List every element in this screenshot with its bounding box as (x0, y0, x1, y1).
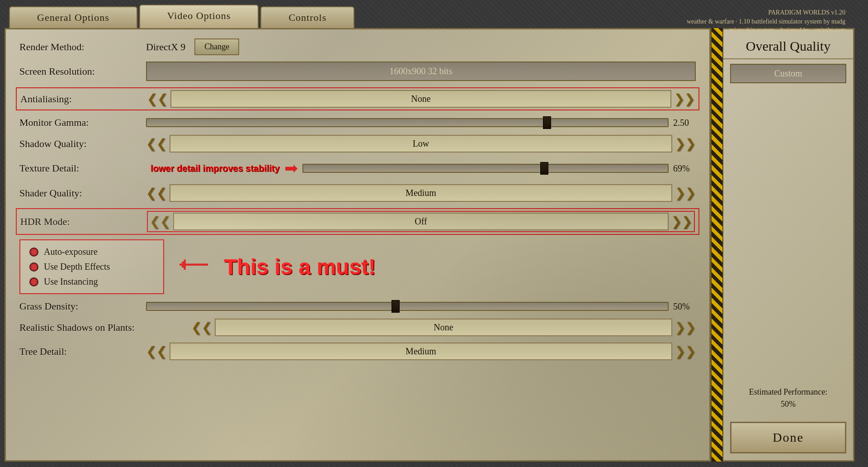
render-method-row: Render Method: DirectX 9 Change (19, 38, 696, 55)
texture-detail-value: 69% (673, 163, 696, 174)
must-annotation: This is a must! (224, 254, 376, 279)
antialiasing-right-arrow[interactable]: ❯❯ (674, 91, 695, 106)
right-panel: Overall Quality Custom Estimated Perform… (723, 28, 854, 462)
hdr-mode-row: HDR Mode: ❮❮ Off ❯❯ (16, 208, 699, 235)
main-window: General Options Video Options Controls P… (5, 5, 854, 462)
realistic-shadows-row: Realistic Shadows on Plants: ❮❮ None ❯❯ (19, 319, 696, 336)
done-button[interactable]: Done (730, 422, 846, 453)
monitor-gamma-label: Monitor Gamma: (19, 117, 146, 129)
realistic-shadows-right-arrow[interactable]: ❯❯ (675, 320, 696, 335)
realistic-shadows-value: None (215, 319, 672, 336)
texture-detail-warning: lower detail improves stability (151, 163, 280, 174)
shadow-quality-row: Shadow Quality: ❮❮ Low ❯❯ (19, 135, 696, 152)
tree-detail-selector: ❮❮ Medium ❯❯ (146, 343, 696, 360)
hdr-mode-left-arrow[interactable]: ❮❮ (150, 214, 170, 229)
realistic-shadows-selector: ❮❮ None ❯❯ (191, 319, 696, 336)
hdr-mode-value: Off (173, 213, 669, 230)
overall-quality-value: Custom (730, 64, 846, 83)
grass-density-value: 50% (673, 301, 696, 312)
grass-density-row: Grass Density: 50% (19, 300, 696, 312)
scrollbar-stripe (712, 28, 722, 462)
instancing-label: Use Instancing (44, 276, 98, 287)
grass-density-label: Grass Density: (19, 300, 146, 312)
antialiasing-label: Antialiasing: (20, 93, 147, 105)
checkbox-instancing[interactable]: Use Instancing (29, 276, 154, 287)
depth-effects-icon (29, 262, 38, 272)
left-arrow-annotation: ⭠ (178, 251, 210, 283)
tab-controls[interactable]: Controls (260, 6, 354, 28)
realistic-shadows-left-arrow[interactable]: ❮❮ (191, 320, 212, 335)
checkbox-auto-exposure[interactable]: Auto-exposure (29, 247, 154, 257)
instancing-icon (29, 277, 38, 286)
hdr-mode-right-arrow[interactable]: ❯❯ (671, 214, 692, 229)
shadow-quality-right-arrow[interactable]: ❯❯ (675, 136, 696, 151)
monitor-gamma-value: 2.50 (673, 118, 696, 128)
screen-resolution-row: Screen Resolution: 1600x900 32 bits (19, 62, 696, 81)
shadow-quality-selector: ❮❮ Low ❯❯ (146, 135, 696, 152)
auto-exposure-icon (29, 248, 38, 257)
antialiasing-value: None (170, 90, 671, 108)
antialiasing-row: Antialiasing: ❮❮ None ❯❯ (16, 87, 699, 110)
tree-detail-right-arrow[interactable]: ❯❯ (675, 344, 696, 359)
shader-quality-selector: ❮❮ Medium ❯❯ (146, 184, 696, 202)
shader-quality-right-arrow[interactable]: ❯❯ (675, 186, 696, 200)
screen-resolution-value-area: 1600x900 32 bits (146, 62, 696, 81)
render-method-value-area: DirectX 9 Change (146, 38, 696, 55)
checkbox-depth-effects[interactable]: Use Depth Effects (29, 262, 154, 272)
hdr-mode-label: HDR Mode: (20, 216, 147, 228)
app-title: PARADIGM WORLDS v1.20 weather & warfare … (687, 8, 845, 35)
render-method-value: DirectX 9 (146, 41, 185, 53)
texture-detail-slider-track[interactable] (302, 164, 669, 173)
tab-general[interactable]: General Options (9, 6, 137, 28)
monitor-gamma-slider-thumb[interactable] (543, 116, 551, 129)
tree-detail-value: Medium (170, 343, 672, 360)
texture-detail-row: Texture Detail: lower detail improves st… (19, 159, 696, 178)
shadow-quality-value: Low (170, 135, 672, 152)
checkbox-group: Auto-exposure Use Depth Effects Use Inst… (19, 239, 164, 294)
shadow-quality-label: Shadow Quality: (19, 138, 146, 150)
realistic-shadows-label: Realistic Shadows on Plants: (19, 322, 191, 334)
shader-quality-label: Shader Quality: (19, 187, 146, 199)
grass-density-slider-container: 50% (146, 301, 696, 312)
grass-density-slider-track[interactable] (146, 302, 669, 311)
quality-spacer (723, 88, 853, 381)
screen-resolution-display: 1600x900 32 bits (146, 62, 696, 81)
change-render-button[interactable]: Change (194, 38, 239, 55)
hdr-mode-selector: ❮❮ Off ❯❯ (147, 211, 695, 232)
tree-detail-label: Tree Detail: (19, 346, 146, 357)
tree-detail-left-arrow[interactable]: ❮❮ (146, 344, 167, 359)
shader-quality-row: Shader Quality: ❮❮ Medium ❯❯ (19, 184, 696, 202)
grass-density-slider-thumb[interactable] (392, 300, 400, 313)
texture-detail-slider-container: 69% (302, 163, 696, 174)
texture-detail-label: Texture Detail: (19, 162, 146, 174)
screen-resolution-label: Screen Resolution: (19, 66, 146, 77)
depth-effects-label: Use Depth Effects (44, 262, 110, 272)
estimated-performance: Estimated Performance: 50% (723, 381, 853, 415)
monitor-gamma-slider-track[interactable] (146, 118, 669, 127)
render-method-label: Render Method: (19, 41, 146, 53)
shader-quality-value: Medium (170, 184, 672, 202)
scrollbar[interactable] (711, 28, 723, 462)
monitor-gamma-row: Monitor Gamma: 2.50 (19, 117, 696, 129)
main-panel: Render Method: DirectX 9 Change Screen R… (5, 28, 711, 462)
shadow-quality-left-arrow[interactable]: ❮❮ (146, 136, 167, 151)
content-area: Render Method: DirectX 9 Change Screen R… (5, 28, 854, 462)
tree-detail-row: Tree Detail: ❮❮ Medium ❯❯ (19, 343, 696, 360)
shader-quality-left-arrow[interactable]: ❮❮ (146, 186, 167, 200)
antialiasing-left-arrow[interactable]: ❮❮ (147, 91, 168, 106)
checkbox-annotation-row: Auto-exposure Use Depth Effects Use Inst… (19, 239, 696, 294)
texture-arrow-annotation: ➡ (284, 159, 298, 178)
monitor-gamma-slider-container: 2.50 (146, 118, 696, 128)
tab-video[interactable]: Video Options (139, 5, 259, 28)
tab-bar: General Options Video Options Controls P… (5, 5, 854, 28)
antialiasing-selector: ❮❮ None ❯❯ (147, 90, 695, 108)
texture-detail-slider-thumb[interactable] (540, 162, 548, 175)
auto-exposure-label: Auto-exposure (44, 247, 98, 257)
